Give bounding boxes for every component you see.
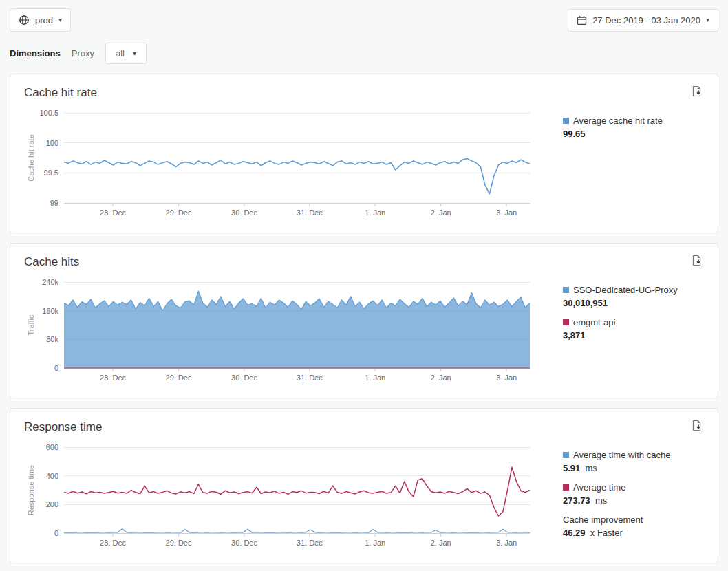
legend-value: 273.73 ms bbox=[563, 495, 704, 506]
svg-text:80k: 80k bbox=[46, 335, 58, 343]
card-body: 080k160k240k28. Dec29. Dec30. Dec31. Dec… bbox=[24, 277, 704, 389]
globe-icon bbox=[19, 14, 30, 25]
legend-label: SSO-Dedicated-UG-Proxy bbox=[573, 285, 678, 295]
legend-label: Average time with cache bbox=[573, 450, 670, 460]
date-range-label: 27 Dec 2019 - 03 Jan 2020 bbox=[592, 15, 700, 25]
svg-text:3. Jan: 3. Jan bbox=[496, 208, 517, 217]
svg-text:200: 200 bbox=[46, 500, 58, 508]
svg-text:29. Dec: 29. Dec bbox=[166, 539, 192, 547]
card-title: Cache hit rate bbox=[24, 84, 97, 102]
analytics-dashboard: prod ▾ 27 Dec 2019 - 03 Jan 2020 ▾ Dimen… bbox=[0, 0, 728, 571]
svg-text:2. Jan: 2. Jan bbox=[431, 374, 451, 382]
svg-text:29. Dec: 29. Dec bbox=[166, 208, 192, 217]
calendar-icon bbox=[577, 15, 587, 25]
svg-text:0: 0 bbox=[54, 529, 58, 537]
response-time-chart[interactable]: 020040060028. Dec29. Dec30. Dec31. Dec1.… bbox=[24, 442, 537, 554]
legend-label: Average cache hit rate bbox=[573, 116, 663, 126]
dimensions-filter-row: Dimensions Proxy all ▾ bbox=[10, 43, 718, 64]
legend-label: emgmt-api bbox=[573, 317, 615, 327]
svg-text:400: 400 bbox=[46, 472, 58, 480]
chart-legend: Average time with cache5.91 msAverage ti… bbox=[537, 442, 704, 554]
card-title: Cache hits bbox=[24, 253, 79, 271]
legend-swatch bbox=[563, 319, 569, 325]
legend-value: 99.65 bbox=[563, 129, 704, 139]
chart-legend: Average cache hit rate99.65 bbox=[537, 107, 704, 224]
legend-item[interactable]: SSO-Dedicated-UG-Proxy30,010,951 bbox=[563, 285, 704, 308]
card-title: Response time bbox=[24, 418, 102, 436]
environment-selector[interactable]: prod ▾ bbox=[10, 8, 71, 32]
chevron-down-icon: ▾ bbox=[133, 50, 136, 57]
svg-text:28. Dec: 28. Dec bbox=[100, 539, 126, 547]
svg-text:30. Dec: 30. Dec bbox=[231, 539, 257, 547]
topbar: prod ▾ 27 Dec 2019 - 03 Jan 2020 ▾ bbox=[10, 8, 718, 32]
legend-item[interactable]: Average cache hit rate99.65 bbox=[563, 116, 704, 139]
legend-swatch bbox=[563, 118, 569, 124]
legend-value: 30,010,951 bbox=[563, 298, 704, 308]
svg-text:31. Dec: 31. Dec bbox=[297, 539, 323, 547]
svg-text:2. Jan: 2. Jan bbox=[431, 539, 451, 547]
svg-text:Traffic: Traffic bbox=[27, 314, 35, 335]
legend-item: Cache improvement46.29 x Faster bbox=[563, 515, 704, 538]
card-head: Cache hit rate bbox=[24, 84, 704, 102]
chevron-down-icon: ▾ bbox=[706, 17, 709, 23]
svg-text:30. Dec: 30. Dec bbox=[231, 208, 257, 217]
legend-value: 5.91 ms bbox=[563, 463, 704, 473]
svg-text:2. Jan: 2. Jan bbox=[431, 208, 451, 217]
legend-item[interactable]: Average time273.73 ms bbox=[563, 482, 704, 506]
dimensions-label: Dimensions bbox=[10, 48, 61, 58]
card-head: Response time bbox=[24, 418, 704, 436]
legend-swatch bbox=[563, 452, 569, 458]
environment-label: prod bbox=[35, 15, 53, 25]
svg-text:3. Jan: 3. Jan bbox=[496, 539, 517, 547]
cache-hits-card: Cache hits 080k160k240k28. Dec29. Dec30.… bbox=[10, 243, 718, 398]
chart-legend: SSO-Dedicated-UG-Proxy30,010,951emgmt-ap… bbox=[537, 277, 704, 389]
svg-text:3. Jan: 3. Jan bbox=[496, 374, 517, 382]
card-head: Cache hits bbox=[24, 253, 704, 271]
svg-text:1. Jan: 1. Jan bbox=[365, 539, 385, 547]
svg-text:31. Dec: 31. Dec bbox=[297, 374, 323, 382]
cache-hit-rate-chart[interactable]: 9999.5100100.528. Dec29. Dec30. Dec31. D… bbox=[24, 107, 537, 224]
svg-text:28. Dec: 28. Dec bbox=[100, 374, 126, 382]
export-report-button[interactable] bbox=[689, 253, 704, 270]
legend-value: 46.29 x Faster bbox=[563, 528, 704, 538]
svg-text:Cache hit rate: Cache hit rate bbox=[27, 134, 35, 181]
chevron-down-icon: ▾ bbox=[58, 17, 62, 23]
report-download-icon bbox=[691, 89, 703, 99]
svg-text:1. Jan: 1. Jan bbox=[365, 374, 385, 382]
date-range-picker[interactable]: 27 Dec 2019 - 03 Jan 2020 ▾ bbox=[568, 9, 718, 32]
legend-label: Cache improvement bbox=[563, 515, 643, 525]
legend-label: Average time bbox=[573, 482, 625, 493]
svg-text:100.5: 100.5 bbox=[39, 109, 58, 117]
svg-text:30. Dec: 30. Dec bbox=[231, 374, 257, 382]
svg-text:0: 0 bbox=[54, 364, 58, 372]
legend-item[interactable]: Average time with cache5.91 ms bbox=[563, 450, 704, 473]
report-download-icon bbox=[691, 423, 703, 433]
proxy-filter-value: all bbox=[116, 48, 125, 58]
response-time-card: Response time 020040060028. Dec29. Dec30… bbox=[10, 408, 718, 563]
svg-text:1. Jan: 1. Jan bbox=[365, 208, 385, 217]
svg-text:28. Dec: 28. Dec bbox=[100, 208, 126, 217]
svg-text:100: 100 bbox=[46, 139, 58, 147]
cache-hit-rate-card: Cache hit rate 9999.5100100.528. Dec29. … bbox=[10, 74, 718, 233]
svg-text:31. Dec: 31. Dec bbox=[297, 208, 323, 217]
report-download-icon bbox=[691, 258, 703, 268]
card-body: 9999.5100100.528. Dec29. Dec30. Dec31. D… bbox=[24, 107, 704, 224]
cache-hits-chart[interactable]: 080k160k240k28. Dec29. Dec30. Dec31. Dec… bbox=[24, 277, 537, 389]
legend-item[interactable]: emgmt-api3,871 bbox=[563, 317, 704, 341]
svg-text:600: 600 bbox=[46, 443, 58, 451]
svg-text:240k: 240k bbox=[42, 278, 58, 286]
export-report-button[interactable] bbox=[689, 84, 704, 100]
svg-text:29. Dec: 29. Dec bbox=[166, 374, 192, 382]
legend-swatch bbox=[563, 484, 569, 491]
export-report-button[interactable] bbox=[689, 418, 704, 435]
svg-text:160k: 160k bbox=[42, 307, 58, 315]
svg-text:Response time: Response time bbox=[27, 465, 35, 515]
legend-swatch bbox=[563, 287, 569, 293]
proxy-label: Proxy bbox=[72, 48, 94, 58]
proxy-filter-select[interactable]: all ▾ bbox=[105, 43, 147, 64]
svg-text:99.5: 99.5 bbox=[44, 169, 58, 177]
card-body: 020040060028. Dec29. Dec30. Dec31. Dec1.… bbox=[24, 442, 704, 554]
svg-text:99: 99 bbox=[50, 199, 58, 207]
legend-value: 3,871 bbox=[563, 330, 704, 341]
